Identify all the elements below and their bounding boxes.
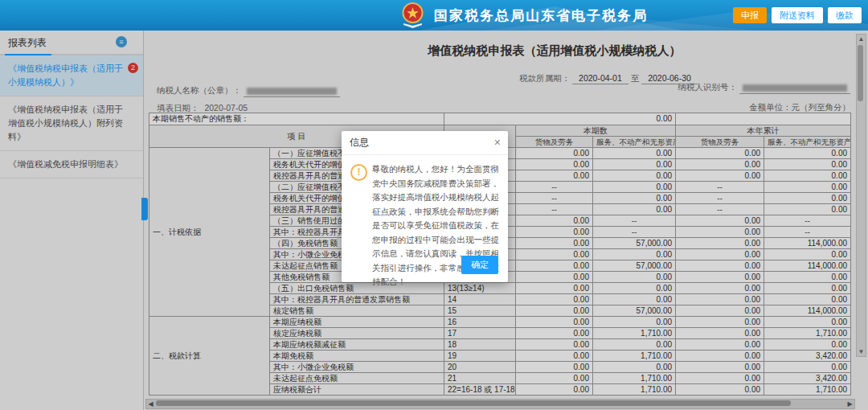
payment-button[interactable]: 缴款 <box>828 7 862 23</box>
topbar-button-group: 申报 附送资料 缴款 <box>733 7 862 23</box>
dialog-title: 信息 <box>350 137 369 148</box>
info-alert-icon: ! <box>350 164 367 181</box>
attachments-button[interactable]: 附送资料 <box>772 7 823 23</box>
top-header-bar: 国家税务总局山东省电子税务局 申报 附送资料 缴款 <box>0 0 868 31</box>
declare-button[interactable]: 申报 <box>733 7 767 23</box>
national-emblem-logo <box>399 2 426 29</box>
ok-button[interactable]: 确定 <box>461 256 498 274</box>
dialog-header: 信息 × <box>342 131 508 155</box>
close-icon[interactable]: × <box>494 131 501 154</box>
site-title: 国家税务总局山东省电子税务局 <box>434 6 648 25</box>
info-dialog: 信息 × ! 尊敬的纳税人，您好！为全面贯彻党中央国务院减税降费决策部署，落实好… <box>342 131 508 282</box>
app-window: 国家税务总局山东省电子税务局 申报 附送资料 缴款 报表列表 ≡ 《增值税纳税申… <box>0 0 868 410</box>
